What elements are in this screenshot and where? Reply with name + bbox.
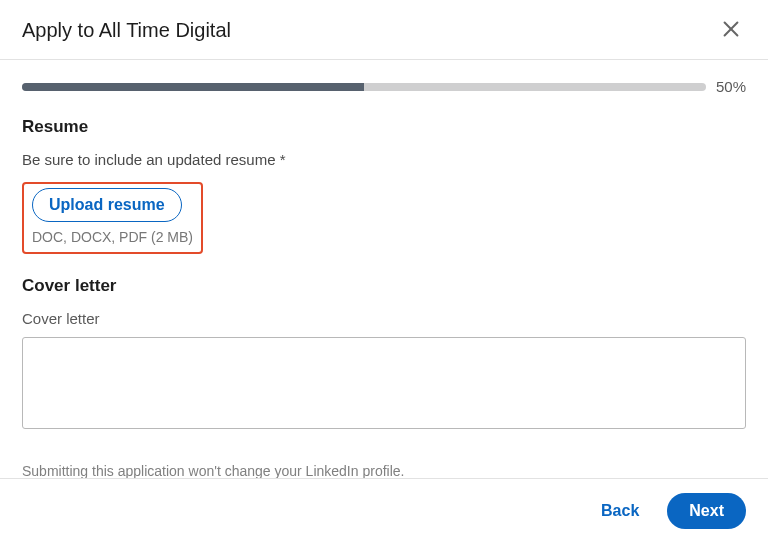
- disclosure-text: Submitting this application won't change…: [22, 461, 746, 478]
- cover-letter-heading: Cover letter: [22, 276, 746, 296]
- modal-content: 50% Resume Be sure to include an updated…: [0, 60, 768, 478]
- cover-letter-label: Cover letter: [22, 310, 746, 327]
- close-icon: [720, 18, 742, 43]
- apply-modal: Apply to All Time Digital 50% Resume Be …: [0, 0, 768, 543]
- upload-file-hint: DOC, DOCX, PDF (2 MB): [32, 229, 193, 245]
- resume-prompt: Be sure to include an updated resume *: [22, 151, 746, 168]
- modal-header: Apply to All Time Digital: [0, 0, 768, 60]
- back-button[interactable]: Back: [587, 494, 653, 528]
- modal-footer: Back Next: [0, 478, 768, 543]
- upload-resume-button[interactable]: Upload resume: [32, 188, 182, 222]
- next-button[interactable]: Next: [667, 493, 746, 529]
- upload-highlight: Upload resume DOC, DOCX, PDF (2 MB): [22, 182, 203, 254]
- disclosure-line1: Submitting this application won't change…: [22, 461, 746, 478]
- progress-bar: [22, 83, 706, 91]
- progress-percent: 50%: [716, 78, 746, 95]
- cover-letter-textarea[interactable]: [22, 337, 746, 429]
- progress-row: 50%: [22, 78, 746, 95]
- close-button[interactable]: [716, 14, 746, 47]
- resume-heading: Resume: [22, 117, 746, 137]
- modal-title: Apply to All Time Digital: [22, 19, 231, 42]
- progress-fill: [22, 83, 364, 91]
